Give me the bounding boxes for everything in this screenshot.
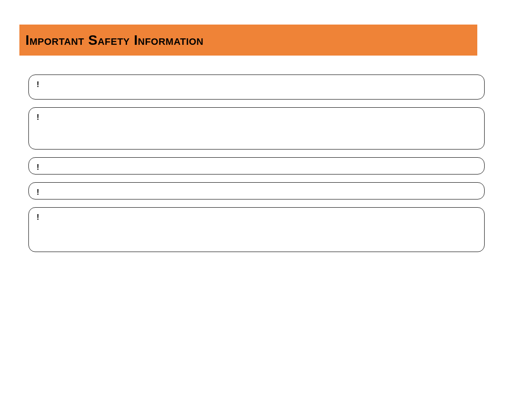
header-bar: Important Safety Information: [19, 25, 477, 56]
safety-boxes-container: ! ! ! ! !: [28, 75, 485, 260]
warning-icon: !: [37, 113, 39, 122]
safety-box: !: [28, 107, 485, 149]
page-title: Important Safety Information: [25, 32, 204, 48]
safety-box: !: [28, 207, 485, 252]
safety-box: !: [28, 157, 485, 174]
warning-icon: !: [37, 163, 39, 172]
safety-box: !: [28, 75, 485, 100]
safety-box: !: [28, 182, 485, 199]
warning-icon: !: [37, 80, 39, 89]
warning-icon: !: [37, 188, 39, 197]
warning-icon: !: [37, 213, 39, 222]
